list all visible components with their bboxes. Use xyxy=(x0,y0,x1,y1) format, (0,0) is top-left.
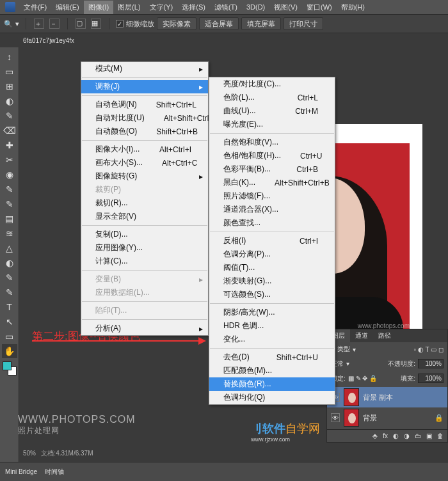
stamp-tool-icon[interactable]: ◉ xyxy=(2,168,17,182)
history-brush-icon[interactable]: ✎ xyxy=(2,182,17,196)
menu-item[interactable]: 分析(A)▸ xyxy=(81,322,208,335)
move-tool-icon[interactable]: ↕ xyxy=(2,50,17,64)
dropdown-icon[interactable]: ▾ xyxy=(15,20,19,28)
menu-item[interactable]: 阴影/高光(W)... xyxy=(209,306,335,319)
gradient-tool-icon[interactable]: ▤ xyxy=(2,212,17,226)
menu-layer[interactable]: 图层(L) xyxy=(113,1,145,14)
layer-row[interactable]: 👁 背景 🔒 xyxy=(327,407,447,428)
menu-item[interactable]: 变化... xyxy=(209,333,335,346)
menu-window[interactable]: 窗口(W) xyxy=(302,1,337,14)
marquee-tool-icon[interactable]: ▭ xyxy=(2,65,17,79)
menu-item[interactable]: 曲线(U)...Ctrl+M xyxy=(209,104,335,118)
group-icon[interactable]: 🗀 xyxy=(415,432,421,439)
eyedropper-tool-icon[interactable]: ⌫ xyxy=(2,123,17,138)
new-layer-icon[interactable]: ▣ xyxy=(426,432,432,439)
layer-row[interactable]: 👁 背景 副本 xyxy=(327,387,447,407)
menu-item[interactable]: 色调分离(P)... xyxy=(209,248,335,261)
menu-item[interactable]: 复制(D)... xyxy=(81,228,208,241)
fill-screen-button[interactable]: 填充屏幕 xyxy=(241,17,281,30)
menu-item[interactable]: 照片滤镜(F)... xyxy=(209,189,335,203)
menu-item[interactable]: 画布大小(S)...Alt+Ctrl+C xyxy=(81,156,208,170)
menu-item[interactable]: 图像旋转(G)▸ xyxy=(81,170,208,183)
document-tab[interactable]: 6fa017c7jw1ey4fx xyxy=(23,37,74,44)
adjustments-submenu: 亮度/对比度(C)...色阶(L)...Ctrl+L曲线(U)...Ctrl+M… xyxy=(209,77,335,405)
print-size-button[interactable]: 打印尺寸 xyxy=(284,17,323,30)
menu-item[interactable]: 裁切(R)... xyxy=(81,196,208,210)
tab-channels[interactable]: 通道 xyxy=(350,329,373,342)
menu-item[interactable]: 自动对比度(U)Alt+Shift+Ctrl+L xyxy=(81,111,208,125)
menu-item[interactable]: 阈值(T)... xyxy=(209,261,335,274)
menu-item[interactable]: 计算(C)... xyxy=(81,255,208,268)
tab-paths[interactable]: 路径 xyxy=(373,329,396,342)
menu-3d[interactable]: 3D(D) xyxy=(242,1,269,13)
pen-tool-icon[interactable]: ◐ xyxy=(2,256,17,270)
menu-filter[interactable]: 滤镜(T) xyxy=(210,1,242,14)
app-logo-icon xyxy=(5,2,15,12)
menu-select[interactable]: 选择(S) xyxy=(177,1,210,14)
eraser-tool-icon[interactable]: ✎ xyxy=(2,197,17,211)
menu-item[interactable]: 自动颜色(O)Shift+Ctrl+B xyxy=(81,125,208,138)
opacity-input[interactable] xyxy=(418,359,444,368)
menu-image[interactable]: 图像(I) xyxy=(84,1,113,14)
rotate-tool-icon[interactable]: ▭ xyxy=(2,329,17,343)
timeline-tab[interactable]: 时间轴 xyxy=(45,468,64,477)
menu-item[interactable]: 自动色调(N)Shift+Ctrl+L xyxy=(81,98,208,111)
menu-item[interactable]: 色彩平衡(B)...Ctrl+B xyxy=(209,162,335,176)
menu-file[interactable]: 文件(F) xyxy=(19,1,51,14)
zoom-tool-icon[interactable]: ✋ xyxy=(2,344,17,358)
type-tool-icon[interactable]: ✎ xyxy=(2,271,17,285)
menu-item[interactable]: 匹配颜色(M)... xyxy=(209,364,335,377)
menu-item[interactable]: 黑白(K)...Alt+Shift+Ctrl+B xyxy=(209,176,335,189)
menu-item[interactable]: 自然饱和度(V)... xyxy=(209,136,335,149)
menu-help[interactable]: 帮助(H) xyxy=(337,1,369,14)
menu-item[interactable]: 图像大小(I)...Alt+Ctrl+I xyxy=(81,143,208,156)
fx-icon[interactable]: fx xyxy=(383,432,388,439)
shape-tool-icon[interactable]: T xyxy=(2,300,17,314)
menu-item[interactable]: 去色(D)Shift+Ctrl+U xyxy=(209,351,335,364)
lasso-tool-icon[interactable]: ⊞ xyxy=(2,79,17,93)
menu-item[interactable]: HDR 色调... xyxy=(209,319,335,333)
delete-icon[interactable]: 🗑 xyxy=(437,432,444,439)
options-bar: 🔍 ▾ ＋ － ▢ ▦ ✓细微缩放 实际像素 适合屏幕 填充屏幕 打印尺寸 xyxy=(0,14,448,33)
fill-input[interactable] xyxy=(418,374,444,383)
menu-item[interactable]: 颜色查找... xyxy=(209,216,335,230)
menu-item[interactable]: 模式(M)▸ xyxy=(81,62,208,75)
zoom-in-icon[interactable]: ＋ xyxy=(34,19,44,29)
menu-item[interactable]: 色相/饱和度(H)...Ctrl+U xyxy=(209,149,335,162)
adjustment-icon[interactable]: ◑ xyxy=(404,432,410,439)
minibridge-tab[interactable]: Mini Bridge xyxy=(5,468,37,475)
link-layers-icon[interactable]: ⬘ xyxy=(372,432,378,439)
mask-icon[interactable]: ◐ xyxy=(393,432,399,439)
menu-item[interactable]: 替换颜色(R)... xyxy=(209,377,335,391)
zoom-all-icon[interactable]: ▦ xyxy=(91,19,101,29)
menu-item[interactable]: 亮度/对比度(C)... xyxy=(209,77,335,91)
menu-edit[interactable]: 编辑(E) xyxy=(51,1,84,14)
blur-tool-icon[interactable]: ≋ xyxy=(2,226,17,240)
menu-item[interactable]: 显示全部(V) xyxy=(81,210,208,223)
path-tool-icon[interactable]: ✎ xyxy=(2,285,17,299)
resize-windows-icon[interactable]: ▢ xyxy=(76,19,86,29)
menu-type[interactable]: 文字(Y) xyxy=(145,1,178,14)
actual-pixels-button[interactable]: 实际像素 xyxy=(157,17,196,30)
menu-item[interactable]: 可选颜色(S)... xyxy=(209,288,335,301)
menu-item[interactable]: 通道混合器(X)... xyxy=(209,203,335,216)
dodge-tool-icon[interactable]: △ xyxy=(2,241,17,255)
fit-screen-button[interactable]: 适合屏幕 xyxy=(199,17,239,30)
menu-item[interactable]: 色调均化(Q) xyxy=(209,391,335,404)
visibility-icon[interactable]: 👁 xyxy=(331,413,340,422)
menu-view[interactable]: 视图(V) xyxy=(269,1,302,14)
brush-tool-icon[interactable]: ✂ xyxy=(2,153,17,167)
scrubby-zoom-checkbox[interactable]: ✓细微缩放 xyxy=(116,19,154,29)
menu-item[interactable]: 曝光度(E)... xyxy=(209,118,335,131)
menu-item[interactable]: 渐变映射(G)... xyxy=(209,274,335,288)
menu-item[interactable]: 反相(I)Ctrl+I xyxy=(209,234,335,248)
heal-tool-icon[interactable]: ✚ xyxy=(2,138,17,152)
wand-tool-icon[interactable]: ◐ xyxy=(2,94,17,108)
hand-tool-icon[interactable]: ↖ xyxy=(2,315,17,329)
menu-item[interactable]: 应用图像(Y)... xyxy=(81,241,208,255)
menu-item[interactable]: 色阶(L)...Ctrl+L xyxy=(209,91,335,104)
menu-item[interactable]: 调整(J)▸ xyxy=(81,80,208,93)
crop-tool-icon[interactable]: ✎ xyxy=(2,109,17,123)
color-swatches[interactable] xyxy=(3,361,17,375)
zoom-out-icon[interactable]: － xyxy=(49,19,60,29)
